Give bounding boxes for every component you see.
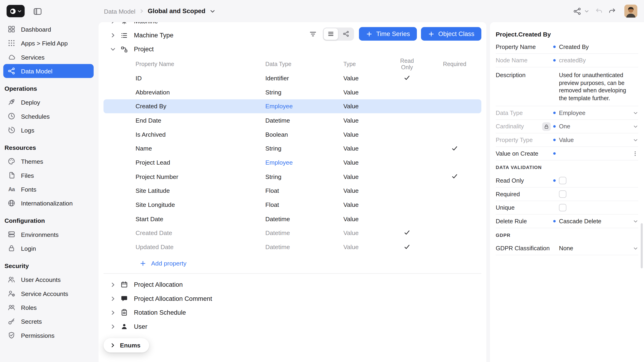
read-only-checkbox[interactable] — [559, 177, 566, 184]
property-row-site-longitude[interactable]: Site Longitude Float Value — [104, 198, 481, 212]
inspector-row-description: Description Used for unauthenticated pre… — [496, 67, 638, 106]
user-avatar[interactable] — [624, 4, 638, 18]
field-label: GDPR Classification — [496, 245, 553, 251]
chevron-right-icon[interactable] — [110, 281, 116, 288]
calendar-icon — [120, 281, 128, 289]
chevron-right-icon[interactable] — [110, 323, 116, 330]
sidebar-item-user-accounts[interactable]: User Accounts — [3, 272, 94, 286]
sidebar-item-apps[interactable]: Apps > Field App — [3, 36, 94, 50]
chevron-right-icon[interactable] — [110, 32, 116, 38]
property-row-updated-date[interactable]: Updated Date Datetime Value — [104, 240, 481, 254]
inspector-row-unique: Unique — [496, 201, 638, 215]
tree-item-project-allocation-comment[interactable]: Project Allocation Comment — [99, 292, 486, 306]
sidebar-item-roles[interactable]: Roles — [3, 300, 94, 314]
sidebar-item-label: Dashboard — [21, 26, 51, 32]
required-checkbox[interactable] — [559, 190, 566, 198]
server-stack-icon — [8, 230, 16, 239]
sidebar-toggle-button[interactable] — [33, 6, 42, 16]
type-cell: Value — [343, 173, 394, 180]
property-row-project-lead[interactable]: Project Lead Employee Value — [104, 155, 481, 169]
type-cell: Value — [343, 215, 394, 222]
key-icon — [8, 317, 16, 326]
tree-item-project[interactable]: Project — [99, 42, 486, 56]
property-row-created-by[interactable]: Created By Employee Value — [104, 99, 481, 113]
sidebar-item-files[interactable]: Files — [3, 168, 94, 182]
property-row-id[interactable]: ID Identifier Value — [104, 71, 481, 85]
inspector-row-gdpr-classification: GDPR Classification None — [496, 242, 638, 255]
value-on-create-value — [553, 150, 638, 157]
kebab-menu-icon[interactable] — [632, 150, 638, 157]
modified-dot — [553, 179, 556, 182]
add-property-label: Add property — [151, 260, 186, 267]
sidebar-item-services[interactable]: Services — [3, 50, 94, 64]
undo-icon[interactable] — [595, 7, 603, 15]
list-toolbar: Time Series Object Class — [309, 27, 481, 41]
type-cell: Value — [343, 103, 394, 110]
sidebar-item-environments[interactable]: Environments — [3, 227, 94, 241]
cardinality-dropdown: One — [553, 123, 638, 129]
property-row-created-date[interactable]: Created Date Datetime Value — [104, 226, 481, 240]
delete-rule-dropdown[interactable]: Cascade Delete — [553, 218, 638, 224]
graph-view-button[interactable] — [339, 28, 353, 40]
property-row-project-number[interactable]: Project Number String Value — [104, 169, 481, 184]
sidebar-item-label: Login — [21, 245, 36, 252]
property-row-abbreviation[interactable]: Abbreviation String Value — [104, 85, 481, 99]
chevron-down-icon[interactable] — [584, 8, 589, 14]
view-switcher — [323, 27, 354, 40]
tree-item-project-allocation[interactable]: Project Allocation — [99, 278, 486, 292]
workspace-switcher-button[interactable] — [6, 5, 24, 17]
property-row-is-archived[interactable]: Is Archived Boolean Value — [104, 127, 481, 141]
add-property-button[interactable]: Add property — [140, 257, 486, 270]
tree-item-label: Project — [134, 45, 154, 53]
data-type-link[interactable]: Employee — [265, 159, 293, 166]
sidebar-item-label: Data Model — [21, 67, 52, 74]
gdpr-classification-dropdown[interactable]: None — [553, 245, 638, 251]
sidebar-item-internationalization[interactable]: Internationalization — [3, 196, 94, 210]
sidebar-item-login[interactable]: Login — [3, 241, 94, 255]
button-label: Object Class — [438, 30, 474, 38]
app-window: Data Model Global and Scoped — [0, 0, 644, 362]
chevron-right-icon[interactable] — [110, 295, 116, 302]
sidebar-item-data-model[interactable]: Data Model — [3, 64, 94, 78]
property-row-site-latitude[interactable]: Site Latitude Float Value — [104, 184, 481, 198]
required-check-icon — [442, 145, 467, 152]
property-row-end-date[interactable]: End Date Datetime Value — [104, 113, 481, 127]
chevron-down-icon[interactable] — [110, 46, 116, 52]
tree-item-rotation-schedule[interactable]: Rotation Schedule — [99, 306, 486, 320]
sidebar-item-themes[interactable]: Themes — [3, 154, 94, 168]
breadcrumb-section-link[interactable]: Data Model — [104, 7, 136, 14]
sidebar-item-logs[interactable]: Logs — [3, 123, 94, 137]
sidebar-item-secrets[interactable]: Secrets — [3, 314, 94, 328]
filter-icon[interactable] — [309, 30, 317, 38]
tree-item-user[interactable]: User — [99, 320, 486, 333]
property-row-start-date[interactable]: Start Date Datetime Value — [104, 212, 481, 226]
type-cell: Value — [343, 243, 394, 250]
sidebar-item-fonts[interactable]: Aa Fonts — [3, 182, 94, 196]
add-object-class-button[interactable]: Object Class — [421, 27, 481, 41]
unique-checkbox[interactable] — [559, 204, 566, 211]
inspector-title: Project.Created By — [496, 28, 638, 40]
sidebar-item-deploy[interactable]: Deploy — [3, 95, 94, 109]
property-row-name[interactable]: Name String Value — [104, 141, 481, 155]
sidebar-item-dashboard[interactable]: Dashboard — [3, 22, 94, 36]
property-name-cell: Site Latitude — [136, 187, 266, 194]
scrollbar-thumb[interactable] — [641, 223, 643, 269]
add-time-series-button[interactable]: Time Series — [359, 27, 417, 41]
chevron-right-icon[interactable] — [110, 22, 116, 25]
list-view-button[interactable] — [324, 28, 338, 40]
node-name-value: createdBy — [553, 57, 638, 63]
chevron-right-icon[interactable] — [110, 309, 116, 316]
chevron-down-icon[interactable] — [210, 8, 216, 14]
sidebar-item-schedules[interactable]: Schedules — [3, 109, 94, 123]
data-type-link[interactable]: Employee — [265, 103, 293, 110]
breadcrumb-current: Global and Scoped — [148, 7, 206, 15]
model-graph-icon[interactable] — [573, 7, 582, 15]
redo-icon[interactable] — [608, 7, 616, 15]
enums-button[interactable]: Enums — [104, 338, 149, 353]
property-name-value[interactable]: Created By — [553, 43, 638, 50]
tree-item-label: Project Allocation — [134, 281, 182, 288]
sidebar-item-permissions[interactable]: Permissions — [3, 328, 94, 342]
sidebar-item-service-accounts[interactable]: Service Accounts — [3, 287, 94, 300]
property-name-cell: Created Date — [136, 229, 266, 236]
roles-icon — [8, 303, 16, 312]
